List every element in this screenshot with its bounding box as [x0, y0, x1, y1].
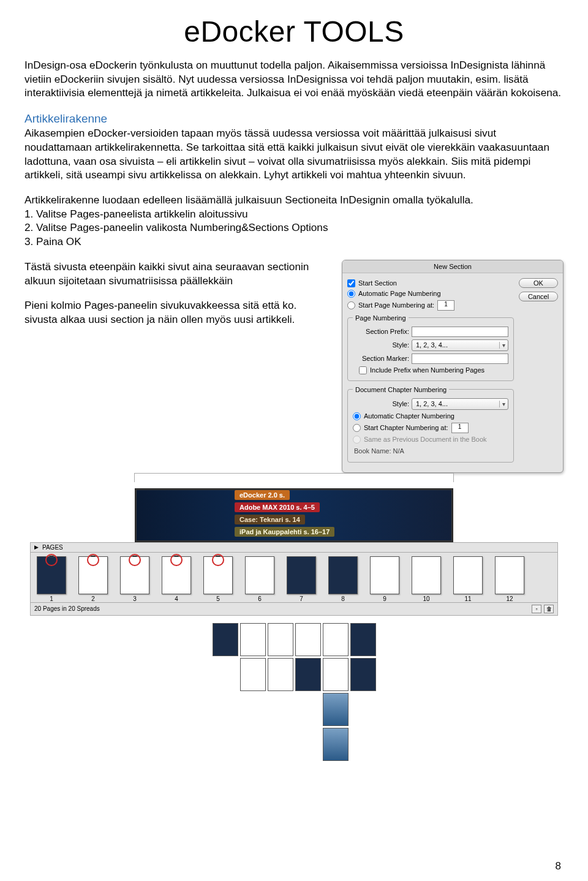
auto-page-numbering-label: Automatic Page Numbering [358, 290, 441, 297]
matrix-page [240, 623, 266, 656]
page-num-label: 6 [258, 596, 262, 602]
page-thumbnails-row: 1 2 3 4 5 6 7 8 9 10 11 12 [31, 553, 557, 602]
new-section-dialog: New Section Start Section Automatic Page… [342, 260, 564, 473]
style-value: 1, 2, 3, 4... [416, 341, 448, 349]
start-page-numbering-label: Start Page Numbering at: [358, 301, 434, 309]
start-chapter-radio[interactable] [353, 424, 361, 432]
start-chapter-label: Start Chapter Numbering at: [364, 424, 448, 431]
cover-stripe-3: Case: Teknari s. 14 [235, 515, 305, 524]
matrix-page [268, 623, 293, 656]
start-chapter-input[interactable]: 1 [451, 423, 469, 433]
auto-chapter-label: Automatic Chapter Numbering [364, 412, 454, 420]
section-marker-circle [170, 554, 183, 566]
chevron-down-icon: ▾ [499, 401, 505, 407]
article-structure-paragraph: Artikkelirakenne Aikasempien eDocker-ver… [24, 111, 564, 182]
page-num-label: 3 [133, 596, 137, 602]
page-thumb[interactable] [328, 556, 358, 594]
chapter-numbering-fieldset: Document Chapter Numbering Style: 1, 2, … [347, 386, 514, 463]
step-2: 2. Valitse Pages-paneelin valikosta Numb… [24, 221, 564, 235]
section-marker-label: Section Marker: [353, 355, 409, 362]
delete-page-button[interactable]: 🗑 [544, 605, 554, 613]
cover-stripe-4: iPad ja Kauppalehti s. 16–17 [235, 527, 334, 537]
start-page-numbering-radio[interactable] [347, 301, 355, 309]
page-thumb[interactable] [287, 556, 316, 594]
intro-paragraph: InDesign-osa eDockerin työnkulusta on mu… [24, 58, 564, 100]
step-1: 1. Valitse Pages-paneelista artikkelin a… [24, 207, 564, 221]
section-prefix-input[interactable] [412, 327, 508, 337]
page-thumb[interactable] [412, 556, 441, 594]
page-title: eDocker TOOLS [24, 15, 564, 48]
document-page-number: 8 [556, 860, 561, 872]
start-section-label: Start Section [358, 279, 397, 287]
matrix-page [295, 623, 321, 656]
section-marker-circle [87, 554, 99, 566]
auto-chapter-radio[interactable] [353, 412, 361, 420]
pages-tab[interactable]: PAGES [42, 544, 63, 551]
matrix-page [240, 658, 266, 691]
section-heading: Artikkelirakenne [24, 111, 564, 126]
page-thumb[interactable] [495, 556, 524, 594]
note-section-stack: Tästä sivusta eteenpäin kaikki sivut ain… [24, 260, 331, 287]
chapter-style-label: Style: [353, 400, 409, 407]
matrix-page [323, 623, 349, 656]
document-preview: eDocker 2.0 s. Adobe MAX 2010 s. 4–5 Cas… [135, 488, 453, 542]
page-num-label: 2 [91, 596, 95, 602]
page-thumb[interactable] [245, 556, 274, 594]
page-num-label: 12 [506, 596, 513, 602]
panel-disclosure-icon[interactable]: ▶ [34, 544, 39, 550]
page-num-label: 10 [423, 596, 429, 602]
page-num-label: 1 [50, 596, 53, 602]
matrix-page [323, 658, 349, 691]
page-num-label: 8 [341, 596, 345, 602]
section-marker-circle [45, 554, 58, 566]
matrix-page [323, 693, 349, 726]
start-page-numbering-input[interactable]: 1 [437, 300, 454, 311]
matrix-page [213, 623, 238, 656]
page-numbering-legend: Page Numbering [353, 314, 409, 322]
article-matrix-preview [184, 623, 404, 761]
section-marker-input[interactable] [412, 354, 508, 364]
auto-page-numbering-radio[interactable] [347, 290, 355, 298]
cover-stripe-2: Adobe MAX 2010 s. 4–5 [235, 502, 320, 512]
cancel-button[interactable]: Cancel [519, 292, 558, 301]
ok-button[interactable]: OK [519, 278, 558, 288]
note-triangle-marker: Pieni kolmio Pages-paneelin sivukuvakkee… [24, 298, 331, 326]
chapter-style-value: 1, 2, 3, 4... [416, 400, 448, 407]
page-thumb[interactable] [453, 556, 483, 594]
step-3: 3. Paina OK [24, 235, 564, 249]
pages-panel: ▶ PAGES 1 2 3 4 5 6 7 8 9 10 11 12 20 Pa… [30, 542, 558, 616]
matrix-page [350, 623, 376, 656]
book-name-label: Book Name: N/A [353, 445, 508, 457]
include-prefix-checkbox[interactable] [359, 366, 367, 374]
page-num-label: 4 [175, 596, 178, 602]
include-prefix-label: Include Prefix when Numbering Pages [370, 366, 484, 374]
new-page-button[interactable]: ▫ [532, 605, 541, 613]
page-num-label: 5 [216, 596, 220, 602]
article-structure-body: Aikasempien eDocker-versioiden tapaan my… [24, 127, 549, 181]
document-ruler [134, 473, 454, 482]
same-prev-label: Same as Previous Document in the Book [364, 436, 487, 443]
section-marker-circle [212, 554, 224, 566]
pages-count-label: 20 Pages in 20 Spreads [34, 605, 100, 612]
section-prefix-label: Section Prefix: [353, 328, 409, 335]
page-num-label: 11 [464, 596, 471, 602]
steps-block: Artikkelirakenne luodaan edelleen lisääm… [24, 193, 564, 249]
chapter-style-select[interactable]: 1, 2, 3, 4... ▾ [412, 398, 508, 410]
page-num-label: 7 [300, 596, 303, 602]
page-num-label: 9 [383, 596, 386, 602]
start-section-checkbox[interactable] [347, 279, 355, 287]
section-marker-circle [129, 554, 141, 566]
page-thumb[interactable] [370, 556, 399, 594]
chapter-numbering-legend: Document Chapter Numbering [353, 386, 449, 393]
matrix-page [350, 658, 376, 691]
steps-intro: Artikkelirakenne luodaan edelleen lisääm… [24, 193, 564, 207]
dialog-title: New Section [342, 260, 563, 273]
page-numbering-fieldset: Page Numbering Section Prefix: Style: 1,… [347, 314, 514, 381]
style-select[interactable]: 1, 2, 3, 4... ▾ [412, 339, 508, 351]
style-label: Style: [353, 341, 409, 349]
chevron-down-icon: ▾ [499, 342, 505, 349]
same-prev-radio[interactable] [353, 436, 361, 444]
matrix-page [295, 658, 321, 691]
cover-stripe-1: eDocker 2.0 s. [235, 490, 290, 500]
matrix-page [268, 658, 293, 691]
